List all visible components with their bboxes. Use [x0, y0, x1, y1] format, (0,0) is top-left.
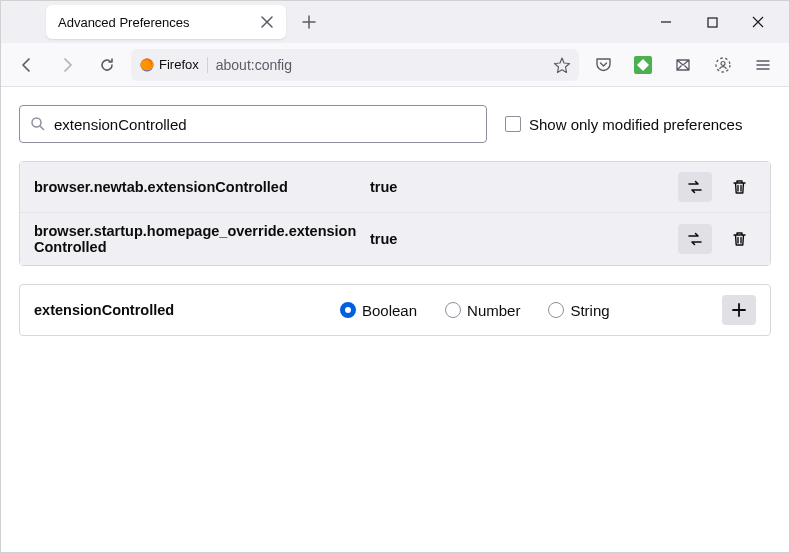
search-input[interactable]	[54, 116, 476, 133]
radio-label: Number	[467, 302, 520, 319]
pref-row[interactable]: browser.startup.homepage_override.extens…	[20, 212, 770, 265]
toggle-button[interactable]	[678, 224, 712, 254]
svg-rect-0	[708, 18, 717, 27]
tab-title: Advanced Preferences	[58, 15, 252, 30]
delete-button[interactable]	[722, 172, 756, 202]
add-button[interactable]	[722, 295, 756, 325]
search-row: Show only modified preferences	[19, 105, 771, 143]
url-bar[interactable]: Firefox about:config	[131, 49, 579, 81]
back-button[interactable]	[11, 49, 43, 81]
show-modified-checkbox[interactable]: Show only modified preferences	[505, 116, 742, 133]
pref-name: browser.newtab.extensionControlled	[34, 179, 360, 195]
firefox-logo-icon	[139, 57, 155, 73]
radio-label: String	[570, 302, 609, 319]
radio-icon	[340, 302, 356, 318]
extension-icon[interactable]	[627, 49, 659, 81]
delete-button[interactable]	[722, 224, 756, 254]
minimize-button[interactable]	[643, 3, 689, 41]
radio-boolean[interactable]: Boolean	[340, 302, 417, 319]
pref-name: browser.startup.homepage_override.extens…	[34, 223, 360, 255]
search-box[interactable]	[19, 105, 487, 143]
search-icon	[30, 116, 46, 132]
window-controls	[643, 3, 789, 41]
about-config-content: Show only modified preferences browser.n…	[1, 87, 789, 552]
close-window-button[interactable]	[735, 3, 781, 41]
pocket-icon[interactable]	[587, 49, 619, 81]
pref-value: true	[370, 179, 668, 195]
tab-bar: Advanced Preferences	[1, 1, 789, 43]
pref-row[interactable]: browser.newtab.extensionControlled true	[20, 162, 770, 212]
maximize-button[interactable]	[689, 3, 735, 41]
show-modified-label: Show only modified preferences	[529, 116, 742, 133]
radio-icon	[445, 302, 461, 318]
svg-point-3	[721, 61, 725, 65]
create-pref-row: extensionControlled Boolean Number Strin…	[19, 284, 771, 336]
radio-label: Boolean	[362, 302, 417, 319]
forward-button[interactable]	[51, 49, 83, 81]
close-tab-icon[interactable]	[260, 15, 274, 29]
app-menu-icon[interactable]	[747, 49, 779, 81]
radio-icon	[548, 302, 564, 318]
checkbox-icon	[505, 116, 521, 132]
url-text: about:config	[216, 57, 545, 73]
radio-number[interactable]: Number	[445, 302, 520, 319]
browser-window: Advanced Preferences	[0, 0, 790, 553]
reload-button[interactable]	[91, 49, 123, 81]
toggle-button[interactable]	[678, 172, 712, 202]
account-icon[interactable]	[707, 49, 739, 81]
preference-table: browser.newtab.extensionControlled true …	[19, 161, 771, 266]
pref-actions	[678, 224, 756, 254]
create-pref-name: extensionControlled	[34, 302, 330, 318]
new-tab-button[interactable]	[294, 7, 324, 37]
pref-actions	[678, 172, 756, 202]
bookmark-star-icon[interactable]	[553, 56, 571, 74]
type-options: Boolean Number String	[340, 302, 712, 319]
pref-value: true	[370, 231, 668, 247]
identity-label: Firefox	[159, 57, 199, 72]
navigation-toolbar: Firefox about:config	[1, 43, 789, 87]
identity-box[interactable]: Firefox	[139, 57, 208, 73]
tab-active[interactable]: Advanced Preferences	[46, 5, 286, 39]
radio-string[interactable]: String	[548, 302, 609, 319]
inbox-icon[interactable]	[667, 49, 699, 81]
